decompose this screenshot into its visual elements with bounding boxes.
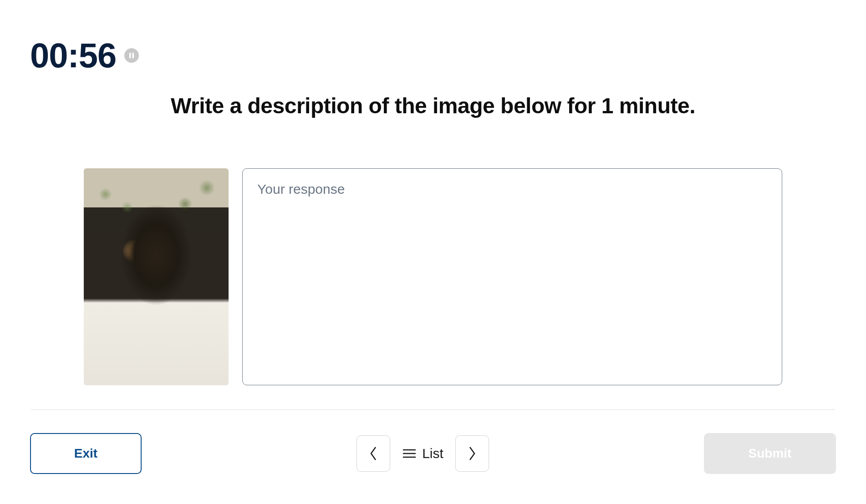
- prompt-image: [84, 168, 229, 385]
- pause-button[interactable]: [124, 48, 139, 63]
- pause-icon: [128, 52, 135, 59]
- submit-button[interactable]: Submit: [704, 433, 836, 474]
- svg-rect-1: [132, 53, 134, 58]
- footer-divider: [31, 409, 835, 410]
- response-input[interactable]: [242, 168, 782, 385]
- next-button[interactable]: [455, 435, 489, 472]
- svg-rect-0: [129, 53, 131, 58]
- exit-button[interactable]: Exit: [30, 433, 142, 474]
- list-button[interactable]: List: [402, 446, 443, 461]
- prompt-text: Write a description of the image below f…: [30, 93, 836, 118]
- chevron-right-icon: [467, 445, 477, 462]
- timer-display: 00:56: [30, 35, 116, 75]
- list-icon: [402, 448, 417, 459]
- timer-row: 00:56: [30, 35, 836, 75]
- content-row: [30, 168, 836, 385]
- footer: Exit List Submit: [30, 433, 836, 474]
- nav-group: List: [357, 435, 489, 472]
- list-label: List: [422, 446, 443, 461]
- prev-button[interactable]: [357, 435, 390, 472]
- chevron-left-icon: [368, 445, 378, 462]
